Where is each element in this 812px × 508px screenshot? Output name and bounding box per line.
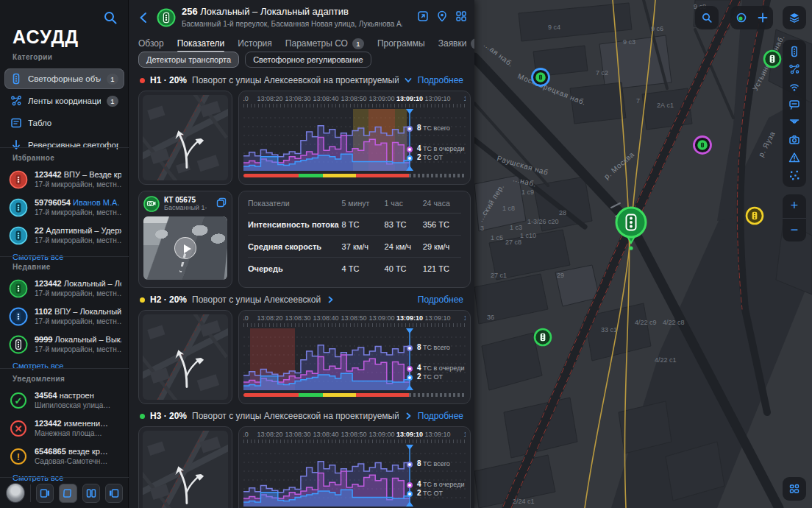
map[interactable]: ...ая наб.Москворецкая наб.Раушская наб.… (474, 0, 812, 508)
building-number-label: 2А с1 (657, 102, 674, 109)
sidebar-item-boards[interactable]: Табло (4, 113, 124, 133)
back-button[interactable] (138, 11, 151, 24)
map-layers-button[interactable] (783, 6, 806, 29)
building-number-label: 29 (557, 272, 564, 279)
app-title: АСУДД (13, 27, 79, 48)
chip-transport-detectors[interactable]: Детекторы транспорта (138, 52, 239, 68)
coordination-icon (10, 95, 22, 107)
chart-plot[interactable]: 8 ТС всего4 ТС в очереди2 ТС ОТ (243, 109, 466, 171)
tab-indicators[interactable]: Показатели (177, 38, 225, 49)
turn-scheme-thumbnail[interactable] (138, 91, 232, 185)
map-zoom-control: + − (783, 194, 806, 241)
building-number-label: 2/24 с1 (513, 498, 535, 505)
map-search-button[interactable] (695, 6, 719, 29)
favorites-section: Избранное 123442 ВПУ – Везде красн…17-й … (0, 141, 129, 263)
photo-camera-layer-icon[interactable] (788, 134, 800, 146)
traffic-chart-h1[interactable]: 8:1013:08:2013:08:3013:08:4013:08:5013:0… (238, 91, 471, 185)
list-item[interactable]: 1102 ВПУ – Локальный цик…17-й микрорайон… (0, 303, 129, 331)
details-link[interactable]: Подробнее (418, 411, 463, 421)
chevron-down-icon[interactable] (404, 76, 413, 85)
sidebar-footer (0, 477, 129, 508)
zoom-out-button[interactable]: − (783, 219, 806, 242)
play-icon[interactable] (174, 237, 196, 259)
traffic-chart-h3[interactable]: 8:1013:08:2013:08:3013:08:4013:08:5013:0… (238, 426, 471, 508)
traffic-object-icon-green (9, 279, 28, 298)
map-marker-green (535, 329, 551, 345)
turn-scheme-thumbnail[interactable] (138, 310, 232, 404)
notifications-section: Уведомления ✓ 34564 настроенШипиловская … (0, 362, 129, 484)
sidebar-item-coordination-bands[interactable]: Ленты координации 1 (4, 91, 124, 111)
zoom-in-button[interactable]: + (783, 194, 806, 219)
add-icon[interactable] (757, 12, 769, 24)
traffic-light-layer-icon[interactable] (788, 46, 800, 57)
building-number-label: 33 с1 (601, 326, 617, 334)
layout-columns-icon (85, 487, 97, 499)
building-number-label: 3 (480, 225, 484, 232)
layout-panel-button[interactable] (105, 484, 123, 503)
tab-parameters[interactable]: Параметры СО1 (285, 38, 364, 49)
tab-overview[interactable]: Обзор (138, 38, 164, 49)
layout-split-button[interactable] (82, 484, 100, 503)
open-external-icon[interactable] (417, 10, 429, 22)
list-item[interactable]: ✕ 123442 изменени…Манежная площа… (0, 414, 129, 442)
details-link[interactable]: Подробнее (418, 294, 463, 305)
list-item[interactable]: ! 6546865 везде кр…Садовая-Самотечн… (0, 442, 129, 470)
building-number-label: 27 с8 (505, 239, 521, 246)
camera-video-preview[interactable] (143, 216, 227, 280)
chevron-right-icon[interactable] (404, 412, 413, 420)
count-badge: 1 (107, 74, 118, 85)
layout-map-button[interactable] (59, 484, 76, 503)
notifications-label: Уведомления (13, 375, 129, 383)
layout-right-panel-icon (39, 487, 51, 499)
sign-layer-icon[interactable] (788, 99, 800, 110)
tab-programs[interactable]: Программы (377, 38, 425, 49)
chart-tick-ruler (243, 440, 466, 443)
object-detail-panel: 256 Локальный – Локальный адаптив Басман… (129, 0, 474, 508)
scatter-layer-icon[interactable] (788, 169, 800, 181)
panel-content: Детекторы транспорта Светофорное регулир… (129, 50, 474, 508)
chart-plot[interactable]: 8 ТС всего4 ТС в очереди2 ТС ОТ (243, 445, 466, 507)
list-item[interactable]: 9999 Локальный – Выключ…17-й микрорайон,… (0, 331, 129, 359)
list-item[interactable]: ✓ 34564 настроенШипиловская улица… (0, 387, 129, 414)
detector-layer-icon[interactable] (788, 81, 800, 93)
search-icon (701, 12, 713, 24)
tab-history[interactable]: История (238, 38, 272, 49)
sidebar-item-traffic-objects[interactable]: Светофорные объекты 1 (4, 68, 124, 89)
coordination-layer-icon[interactable] (788, 63, 800, 75)
list-item[interactable]: 59796054 Иванов М.А. Ди…17-й микрорайон,… (0, 194, 129, 222)
details-link[interactable]: Подробнее (418, 75, 463, 85)
copy-icon[interactable] (216, 197, 227, 208)
list-item[interactable]: 22 Адаптивный – Удержан…17-й микрорайон,… (0, 222, 129, 250)
direction-h1-header: Н1 · 20% Поворот с улицы Алексеевской на… (140, 75, 463, 85)
table-row: Средняя скорость 37 км/ч 24 км/ч 29 км/ч (248, 236, 461, 258)
building-number-label: 9 с3 (623, 38, 635, 46)
object-address: Басманный 1-й переулок, Басманная Новая … (182, 20, 402, 28)
traffic-light-icon (10, 73, 22, 85)
chevron-right-icon[interactable] (326, 295, 335, 304)
layout-left-panel-icon (108, 487, 120, 499)
tab-badge: 1 (352, 38, 364, 49)
locate-icon[interactable] (736, 12, 747, 24)
chart-plot[interactable]: 8 ТС всего4 ТС в очереди2 ТС ОТ (243, 328, 466, 390)
turn-scheme-thumbnail[interactable] (138, 426, 232, 508)
dashboard-icon[interactable] (455, 10, 467, 22)
user-avatar[interactable] (6, 483, 25, 503)
map-widgets-button[interactable] (783, 477, 806, 501)
layout-sidebar-button[interactable] (36, 484, 54, 503)
traffic-chart-h2[interactable]: 8:1013:08:2013:08:3013:08:4013:08:5013:0… (238, 310, 471, 404)
traffic-object-icon-blue (9, 307, 28, 326)
locate-on-map-icon[interactable] (436, 10, 448, 22)
tab-requests[interactable]: Заявки3 (438, 38, 474, 49)
incident-layer-icon[interactable] (788, 152, 800, 163)
camera-address: Басманный 1-… (164, 204, 207, 211)
direction-h2-header: Н2 · 20% Поворот с улицы Алексеевской По… (140, 294, 463, 305)
dome-camera-layer-icon[interactable] (788, 116, 800, 128)
chip-signal-regulation[interactable]: Светофорное регулирование (245, 52, 371, 68)
building-number-label: 9 с4 (548, 24, 560, 31)
search-icon[interactable] (103, 10, 118, 25)
panel-tabs: Обзор Показатели История Параметры СО1 П… (129, 35, 474, 52)
chart-time-axis: 8:1013:08:2013:08:3013:08:4013:08:5013:0… (243, 314, 466, 323)
list-item[interactable]: 123442 ВПУ – Везде красн…17-й микрорайон… (0, 166, 129, 194)
list-item[interactable]: 123442 Локальный – Локал…17-й микрорайон… (0, 275, 129, 303)
table-row: Очередь 4 ТС 40 ТС 121 ТС (248, 258, 461, 280)
